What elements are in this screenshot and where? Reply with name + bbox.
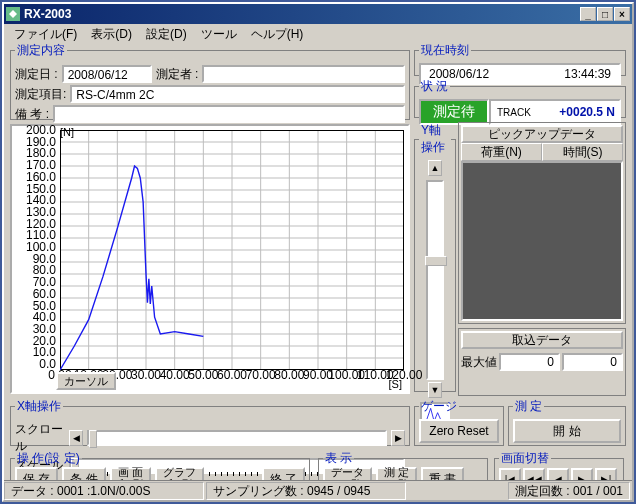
app-window: RX-2003 _ □ × ファイル(F) 表示(D) 設定(D) ツール ヘル…	[2, 2, 634, 502]
first-button[interactable]: |◀	[499, 468, 521, 480]
status-legend: 状 況	[419, 78, 450, 95]
time-legend: 現在時刻	[419, 42, 471, 59]
chart-x-unit: [S]	[389, 378, 402, 390]
graph-print-button[interactable]: グラフ 印 刷	[155, 467, 204, 480]
chart-y-ticks: 0.010.020.030.040.050.060.070.080.090.01…	[12, 130, 58, 364]
zero-reset-button[interactable]: Zero Reset	[419, 419, 499, 443]
remarks-label: 備 考 :	[15, 106, 49, 123]
title-bar[interactable]: RX-2003 _ □ ×	[4, 4, 632, 24]
back-button[interactable]: ◀	[547, 468, 569, 480]
exit-button[interactable]: 終 了	[262, 467, 305, 480]
ops-group: 操 作(設 定) 保 存 条 件 画 面 印 刷 グラフ 印 刷 終 了	[10, 450, 310, 480]
status-sampling: サンプリング数 : 0945 / 0945	[206, 482, 406, 500]
import-group: 取込データ 最大値 0 0	[458, 328, 626, 396]
app-icon	[6, 7, 20, 21]
last-button[interactable]: ▶|	[595, 468, 617, 480]
overlay-button[interactable]: 重 書	[421, 467, 464, 480]
menu-settings[interactable]: 設定(D)	[140, 25, 193, 41]
measure-list-button[interactable]: 測 定 一 覧	[376, 467, 417, 480]
menu-view[interactable]: 表示(D)	[85, 25, 138, 41]
menu-bar: ファイル(F) 表示(D) 設定(D) ツール ヘルプ(H)	[4, 24, 632, 42]
menu-tools[interactable]: ツール	[195, 25, 243, 41]
prev-button[interactable]: ◀◀	[523, 468, 545, 480]
date-label: 測定日 :	[15, 66, 58, 83]
import-header: 取込データ	[461, 331, 623, 349]
y-ops-legend: Y軸操作	[419, 122, 451, 156]
screen-legend: 画面切替	[499, 450, 551, 467]
x-ops-legend: X軸操作	[15, 398, 63, 415]
status-count: 測定回数 : 001 / 001	[508, 482, 630, 500]
pickup-col-load[interactable]: 荷重(N)	[461, 143, 542, 161]
y-slider[interactable]	[426, 180, 444, 380]
status-bar: データ : 0001 :1.0N/0.00S サンプリング数 : 0945 / …	[4, 480, 632, 500]
maximize-button[interactable]: □	[597, 7, 613, 21]
chart-line	[60, 130, 404, 370]
forward-button[interactable]: ▶	[571, 468, 593, 480]
close-button[interactable]: ×	[614, 7, 630, 21]
conditions-button[interactable]: 条 件	[62, 467, 105, 480]
scroll-right-button[interactable]: ▶	[391, 430, 405, 446]
scroll-left-button[interactable]: ◀	[69, 430, 83, 446]
screen-print-button[interactable]: 画 面 印 刷	[110, 467, 151, 480]
menu-help[interactable]: ヘルプ(H)	[245, 25, 310, 41]
window-title: RX-2003	[24, 7, 580, 21]
gauge-legend: ゲージ	[419, 398, 459, 415]
pickup-list[interactable]	[461, 161, 623, 321]
menu-file[interactable]: ファイル(F)	[8, 25, 83, 41]
import-max-label: 最大値	[461, 354, 497, 371]
measure-legend: 測定内容	[15, 42, 67, 59]
pickup-group: ピックアップデータ 荷重(N) 時間(S)	[458, 122, 626, 324]
operator-field[interactable]	[202, 65, 405, 83]
ops-legend: 操 作(設 定)	[15, 450, 82, 467]
y-down-button[interactable]: ▼	[428, 382, 442, 398]
run-group: 測 定 開 始	[508, 398, 626, 446]
start-button[interactable]: 開 始	[513, 419, 621, 443]
status-reading: +0020.5 N	[559, 105, 615, 119]
remarks-field[interactable]	[53, 105, 405, 123]
pickup-header: ピックアップデータ	[461, 125, 623, 143]
gauge-group: ゲージ Zero Reset	[414, 398, 504, 446]
cursor-button[interactable]: カーソル	[56, 372, 116, 390]
data-list-button[interactable]: データ 一 覧	[323, 467, 372, 480]
item-field[interactable]: RS-C/4mm 2C	[70, 85, 405, 103]
import-max-v2: 0	[562, 353, 623, 371]
status-data: データ : 0001 :1.0N/0.00S	[4, 482, 204, 500]
measure-group: 測定内容 測定日 : 2008/06/12 測定者 : 測定項目: RS-C/4…	[10, 42, 410, 120]
minimize-button[interactable]: _	[580, 7, 596, 21]
pickup-col-time[interactable]: 時間(S)	[542, 143, 623, 161]
screen-group: 画面切替 |◀ ◀◀ ◀ ▶ ▶|	[494, 450, 624, 480]
time-group: 現在時刻 2008/06/12 13:44:39	[414, 42, 626, 76]
status-track: TRACK	[495, 107, 531, 118]
date-field[interactable]: 2008/06/12	[62, 65, 152, 83]
operator-label: 測定者 :	[156, 66, 199, 83]
scroll-slider[interactable]	[87, 430, 387, 446]
display-group: 表 示 データ 一 覧 測 定 一 覧 重 書	[318, 450, 488, 480]
x-ops-group: X軸操作 スクロール ◀ ▶ スケール	[10, 398, 410, 446]
display-legend: 表 示	[323, 450, 354, 467]
import-max-v1: 0	[499, 353, 560, 371]
y-up-button[interactable]: ▲	[428, 160, 442, 176]
save-button[interactable]: 保 存	[15, 467, 58, 480]
chart-frame: [N] 0.010.020.030.040.050.060.070.080.09…	[10, 124, 410, 394]
pickup-columns: 荷重(N) 時間(S)	[461, 143, 623, 161]
item-label: 測定項目:	[15, 86, 66, 103]
status-group: 状 況 測定待 TRACK +0020.5 N	[414, 78, 626, 118]
y-ops-group: Y軸操作 ▲ ▼	[414, 122, 456, 392]
run-legend: 測 定	[513, 398, 544, 415]
